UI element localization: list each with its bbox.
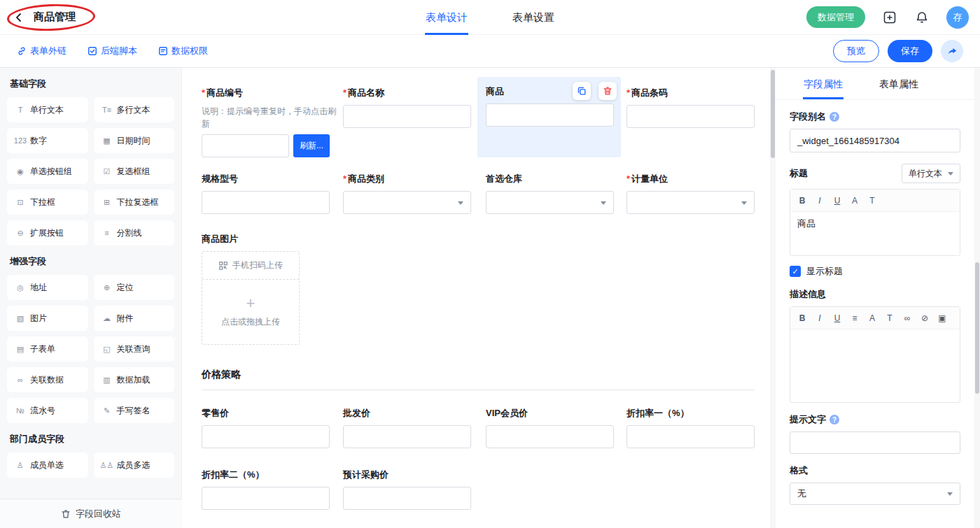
- form-design-canvas[interactable]: *商品编号 说明：提示编号重复时，手动点击刷新 刷新... *商品名称 商品 *…: [182, 68, 770, 528]
- field-wholesale-price[interactable]: 批发价: [343, 407, 471, 448]
- product-name-input[interactable]: [343, 105, 471, 128]
- sidebar-item-serial-number[interactable]: №流水号: [7, 398, 88, 423]
- vip-price-input[interactable]: [486, 425, 614, 448]
- product-input[interactable]: [486, 104, 614, 127]
- field-product-name[interactable]: *商品名称: [343, 87, 471, 128]
- wholesale-price-input[interactable]: [343, 425, 471, 448]
- tab-form-design[interactable]: 表单设计: [426, 0, 468, 35]
- sidebar-item-single-text[interactable]: T单行文本: [7, 97, 88, 122]
- backend-script-link[interactable]: 后端脚本: [88, 45, 137, 57]
- underline-button[interactable]: U: [829, 192, 846, 209]
- field-product-image[interactable]: 商品图片: [202, 233, 330, 251]
- save-button[interactable]: 保存: [888, 40, 932, 62]
- scan-upload-button[interactable]: 手机扫码上传: [202, 252, 299, 280]
- field-discount-two[interactable]: 折扣率二（%）: [202, 469, 330, 510]
- format-select[interactable]: 无: [790, 483, 960, 505]
- sidebar-item-multi-dropdown[interactable]: ⊞下拉复选框: [94, 190, 175, 215]
- field-unit[interactable]: *计量单位: [626, 173, 755, 214]
- bold-button[interactable]: B: [794, 310, 811, 327]
- help-icon[interactable]: ?: [830, 112, 839, 122]
- sidebar-item-related-query[interactable]: ◱关联查询: [94, 336, 175, 362]
- field-category[interactable]: *商品类别: [343, 173, 471, 214]
- canvas-scrollbar-thumb[interactable]: [771, 70, 775, 158]
- description-editor-body[interactable]: [790, 329, 960, 402]
- field-product-selected[interactable]: 商品: [477, 77, 621, 157]
- font-color-button[interactable]: A: [846, 192, 863, 209]
- sidebar-item-member-single[interactable]: ♙成员单选: [7, 452, 88, 478]
- insert-link-button[interactable]: ∞: [899, 310, 916, 327]
- bell-icon[interactable]: [914, 10, 930, 25]
- avatar[interactable]: 存: [946, 6, 969, 29]
- font-color-button[interactable]: A: [864, 310, 881, 327]
- retail-price-input[interactable]: [202, 425, 330, 448]
- field-type-select[interactable]: 单行文本: [902, 164, 960, 183]
- help-icon[interactable]: ?: [830, 415, 839, 424]
- field-product-code[interactable]: *商品编号 说明：提示编号重复时，手动点击刷新 刷新...: [202, 87, 342, 157]
- bold-button[interactable]: B: [794, 192, 811, 209]
- sidebar-item-image[interactable]: ▧图片: [7, 306, 88, 331]
- sidebar-item-member-multi[interactable]: ♙♙成员多选: [94, 452, 175, 478]
- field-retail-price[interactable]: 零售价: [202, 407, 330, 448]
- sidebar-item-number[interactable]: 123数字: [7, 128, 88, 153]
- field-discount-one[interactable]: 折扣率一（%）: [626, 407, 755, 448]
- sidebar-item-attachment[interactable]: ☁附件: [94, 306, 175, 331]
- title-editor-body[interactable]: 商品: [790, 212, 960, 255]
- refresh-button[interactable]: 刷新...: [293, 134, 330, 157]
- sidebar-item-datetime[interactable]: ▦日期时间: [94, 128, 175, 153]
- sidebar-item-subform[interactable]: ▤子表单: [7, 336, 88, 362]
- sidebar-item-dropdown[interactable]: ⊡下拉框: [7, 190, 88, 215]
- hint-text-input[interactable]: [790, 431, 960, 454]
- sidebar-item-multi-text[interactable]: T≡多行文本: [94, 97, 175, 122]
- field-barcode[interactable]: *商品条码: [626, 87, 755, 128]
- align-button[interactable]: ≡: [846, 310, 863, 327]
- underline-button[interactable]: U: [829, 310, 846, 327]
- category-select[interactable]: [343, 191, 471, 214]
- delete-field-button[interactable]: [598, 82, 617, 100]
- product-code-input[interactable]: [202, 134, 289, 157]
- share-button[interactable]: [941, 40, 963, 62]
- discount-one-input[interactable]: [626, 425, 755, 448]
- sidebar-item-address[interactable]: ◎地址: [7, 275, 88, 300]
- discount-two-input[interactable]: [202, 487, 330, 510]
- warehouse-select[interactable]: [486, 191, 614, 214]
- sidebar-item-data-loading[interactable]: ▥数据加载: [94, 367, 175, 392]
- sidebar-item-divider[interactable]: ≡分割线: [94, 220, 175, 245]
- field-recycle-bin[interactable]: 字段回收站: [0, 499, 182, 528]
- page-scrollbar-thumb[interactable]: [975, 262, 979, 394]
- show-title-checkbox-row[interactable]: ✓ 显示标题: [790, 265, 960, 278]
- insert-image-button[interactable]: ▣: [934, 310, 951, 327]
- italic-button[interactable]: I: [811, 192, 828, 209]
- remove-link-button[interactable]: ⊘: [916, 310, 933, 327]
- field-warehouse[interactable]: 首选仓库: [486, 173, 614, 214]
- sidebar-item-checkbox-group[interactable]: ☑复选框组: [94, 159, 175, 184]
- tab-form-properties[interactable]: 表单属性: [879, 68, 918, 99]
- checkbox-checked-icon[interactable]: ✓: [790, 266, 801, 277]
- sidebar-item-radio-group[interactable]: ◉单选按钮组: [7, 159, 88, 184]
- purchase-price-input[interactable]: [343, 487, 471, 510]
- field-purchase-price[interactable]: 预计采购价: [343, 469, 471, 510]
- form-external-link[interactable]: 表单外链: [17, 45, 66, 57]
- font-size-button[interactable]: T: [864, 192, 881, 209]
- field-spec-model[interactable]: 规格型号: [202, 173, 330, 214]
- click-upload-area[interactable]: + 点击或拖拽上传: [202, 280, 299, 344]
- data-manage-button[interactable]: 数据管理: [806, 6, 865, 28]
- sidebar-item-location[interactable]: ⊕定位: [94, 275, 175, 300]
- sidebar-item-signature[interactable]: ✎手写签名: [94, 398, 175, 423]
- sidebar-item-extend-button[interactable]: ⊖扩展按钮: [7, 220, 88, 245]
- back-icon[interactable]: [11, 10, 27, 25]
- spec-model-input[interactable]: [202, 191, 330, 214]
- data-permission-link[interactable]: 数据权限: [158, 45, 208, 57]
- integration-icon[interactable]: [882, 10, 897, 25]
- unit-select[interactable]: [626, 191, 755, 214]
- italic-button[interactable]: I: [811, 310, 828, 327]
- tab-field-properties[interactable]: 字段属性: [804, 68, 843, 99]
- copy-field-button[interactable]: [573, 82, 591, 100]
- alias-input[interactable]: _widget_1661485917304: [790, 129, 960, 152]
- sidebar-item-related-data[interactable]: ∞关联数据: [7, 367, 88, 392]
- barcode-input[interactable]: [626, 105, 755, 128]
- font-size-button[interactable]: T: [881, 310, 898, 327]
- tab-form-settings[interactable]: 表单设置: [512, 0, 554, 35]
- preview-button[interactable]: 预览: [833, 40, 879, 62]
- field-vip-price[interactable]: VIP会员价: [486, 407, 614, 448]
- image-upload-widget[interactable]: 手机扫码上传 + 点击或拖拽上传: [202, 251, 300, 345]
